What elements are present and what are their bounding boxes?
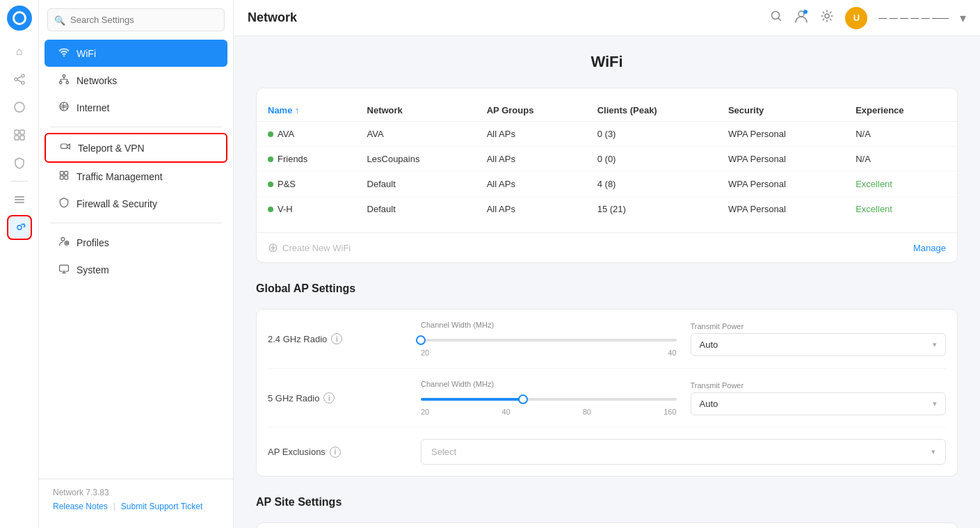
sidebar-item-wifi[interactable]: WiFi <box>45 40 227 67</box>
sidebar-item-networks[interactable]: Networks <box>45 67 227 94</box>
gear-icon[interactable] <box>7 215 32 240</box>
settings-grid: 2.4 GHz Radio i Channel Width (MHz) 20 <box>257 310 957 476</box>
col-experience[interactable]: Experience <box>844 99 957 122</box>
firewall-icon <box>58 197 70 210</box>
slider-track-5[interactable] <box>421 398 677 401</box>
sidebar-item-internet[interactable]: Internet <box>45 94 227 121</box>
svg-point-5 <box>15 102 24 112</box>
sidebar: 🔍 WiFi Networks Internet Teleport & VPN <box>39 0 234 528</box>
app-logo[interactable] <box>7 6 32 31</box>
user-avatar[interactable]: U <box>845 7 867 29</box>
slider-fill-5 <box>421 398 523 401</box>
svg-rect-25 <box>60 265 69 271</box>
person-icon[interactable] <box>794 8 809 27</box>
ap-site-settings-section: AP Site Settings Wireless Connectivity ✓… <box>256 496 958 528</box>
cell-ap-groups: All APs <box>476 172 586 197</box>
radio-5-row: 5 GHz Radio i Channel Width (MHz) 20 <box>268 369 946 428</box>
transmit-power-5-label: Transmit Power <box>691 381 947 390</box>
ap-exclusions-select[interactable]: Select ▾ <box>421 439 946 465</box>
sidebar-item-firewall[interactable]: Firewall & Security <box>45 190 227 217</box>
release-notes-link[interactable]: Release Notes <box>53 502 108 511</box>
user-info: — — — — — —— <box>878 13 949 23</box>
transmit-power-24-dropdown[interactable]: Auto ▾ <box>691 333 947 356</box>
cell-experience: N/A <box>844 147 957 172</box>
wifi-table-card: Name ↑ Network AP Groups Clients (Peak) … <box>256 88 958 263</box>
cell-name: Friends <box>257 147 356 172</box>
radio-24-label: 2.4 GHz Radio i <box>268 333 407 344</box>
sidebar-item-traffic-label: Traffic Management <box>77 171 163 182</box>
wifi-table-wrap: Name ↑ Network AP Groups Clients (Peak) … <box>257 88 957 232</box>
radio-5-label: 5 GHz Radio i <box>268 392 407 403</box>
sidebar-item-system[interactable]: System <box>45 256 227 283</box>
svg-point-23 <box>61 237 65 241</box>
cell-name: AVA <box>257 122 356 147</box>
slider-track-24[interactable] <box>421 339 677 342</box>
cell-network: LesCoupains <box>356 147 476 172</box>
cell-clients-peak: 0 (0) <box>586 147 717 172</box>
cell-ap-groups: All APs <box>476 197 586 222</box>
col-network[interactable]: Network <box>356 99 476 122</box>
sidebar-item-teleport-label: Teleport & VPN <box>78 143 145 154</box>
svg-rect-12 <box>15 202 24 203</box>
cell-experience: Excellent <box>844 172 957 197</box>
rail-divider <box>11 181 28 182</box>
home-icon[interactable]: ⌂ <box>7 39 32 64</box>
sidebar-item-profiles[interactable]: Profiles <box>45 229 227 256</box>
ap-exclusions-info-icon[interactable]: i <box>330 447 341 458</box>
settings-gear-icon[interactable] <box>820 9 834 26</box>
sidebar-item-teleport-vpn[interactable]: Teleport & VPN <box>45 133 227 163</box>
cell-security: WPA Personal <box>717 172 844 197</box>
col-name[interactable]: Name ↑ <box>257 99 356 122</box>
svg-rect-21 <box>60 176 63 179</box>
svg-rect-9 <box>20 136 24 140</box>
svg-point-29 <box>825 14 829 18</box>
radio-24-info-icon[interactable]: i <box>331 333 342 344</box>
svg-point-27 <box>798 11 804 17</box>
sidebar-item-traffic-mgmt[interactable]: Traffic Management <box>45 163 227 190</box>
footer-separator: | <box>113 502 115 511</box>
support-ticket-link[interactable]: Submit Support Ticket <box>121 502 202 511</box>
top-bar-icons: U — — — — — —— ▾ <box>770 7 966 29</box>
dropdown-arrow-icon[interactable]: ▾ <box>960 10 966 26</box>
create-wifi-button[interactable]: ⊕ Create New WiFi <box>268 240 351 255</box>
grid-icon[interactable] <box>7 122 32 147</box>
table-footer: ⊕ Create New WiFi Manage <box>257 232 957 262</box>
col-security[interactable]: Security <box>717 99 844 122</box>
sidebar-item-system-label: System <box>77 264 109 275</box>
search-box: 🔍 <box>47 8 225 31</box>
radio-24-row: 2.4 GHz Radio i Channel Width (MHz) 20 <box>268 310 946 369</box>
manage-link[interactable]: Manage <box>913 243 946 253</box>
page-title: WiFi <box>256 53 958 71</box>
footer-links: Release Notes | Submit Support Ticket <box>53 502 219 511</box>
global-ap-settings-section: Global AP Settings 2.4 GHz Radio i Chann… <box>256 282 958 477</box>
cell-name: P&S <box>257 172 356 197</box>
slider-thumb-5[interactable] <box>518 394 528 404</box>
globe-icon <box>58 101 70 114</box>
traffic-icon <box>58 170 70 183</box>
ap-exclusions-row: AP Exclusions i Select ▾ <box>268 428 946 476</box>
search-topbar-icon[interactable] <box>770 10 782 26</box>
list-icon[interactable] <box>7 187 32 212</box>
slider-thumb-24[interactable] <box>416 335 426 345</box>
radio-5-info-icon[interactable]: i <box>323 392 335 403</box>
svg-rect-20 <box>65 171 68 175</box>
global-ap-settings-card: 2.4 GHz Radio i Channel Width (MHz) 20 <box>256 309 958 477</box>
channel-width-5-label: Channel Width (MHz) <box>421 380 677 388</box>
circle-icon[interactable] <box>7 95 32 120</box>
cell-name: V-H <box>257 197 356 222</box>
cell-ap-groups: All APs <box>476 147 586 172</box>
cell-clients-peak: 15 (21) <box>586 197 717 222</box>
cell-network: AVA <box>356 122 476 147</box>
svg-rect-19 <box>60 171 63 175</box>
col-ap-groups[interactable]: AP Groups <box>476 99 586 122</box>
search-input[interactable] <box>47 8 225 31</box>
svg-rect-11 <box>15 199 24 200</box>
teleport-icon <box>60 141 71 154</box>
slider-labels-5: 20 40 80 160 <box>421 408 677 416</box>
transmit-power-5-dropdown[interactable]: Auto ▾ <box>691 392 947 415</box>
col-clients-peak[interactable]: Clients (Peak) <box>586 99 717 122</box>
sidebar-footer: Network 7.3.83 Release Notes | Submit Su… <box>39 479 233 520</box>
shield-icon[interactable] <box>7 150 32 175</box>
share-icon[interactable] <box>7 67 32 92</box>
cell-security: WPA Personal <box>717 147 844 172</box>
